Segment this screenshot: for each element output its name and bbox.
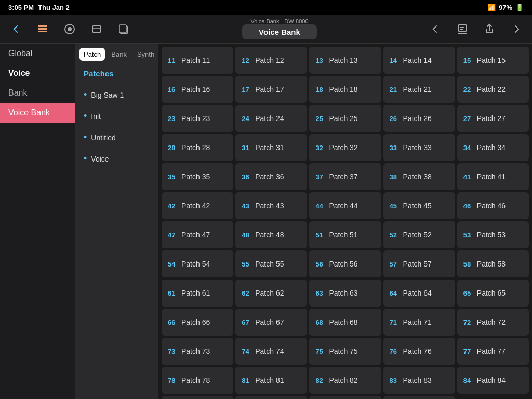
patch-cell-65[interactable]: 65Patch 65 [457,280,529,307]
patch-cell-21[interactable]: 21Patch 21 [383,76,455,103]
patch-name: Patch 55 [255,260,284,268]
patch-number: 37 [315,173,326,181]
patch-list-item-voice[interactable]: Voice [75,148,158,169]
patch-cell-38[interactable]: 38Patch 38 [383,163,455,190]
patch-cell-82[interactable]: 82Patch 82 [309,367,381,394]
patch-cell-67[interactable]: 67Patch 67 [235,309,307,336]
patch-grid: 11Patch 1112Patch 1213Patch 1314Patch 14… [162,47,529,399]
patch-cell-77[interactable]: 77Patch 77 [457,338,529,365]
patch-cell-52[interactable]: 52Patch 52 [383,221,455,248]
patch-name: Patch 63 [329,289,357,297]
download-button[interactable] [453,20,472,38]
patch-cell-84[interactable]: 84Patch 84 [457,367,529,394]
sidebar-item-voice-bank[interactable]: Voice Bank [0,103,75,123]
patch-cell-71[interactable]: 71Patch 71 [383,309,455,336]
patch-cell-64[interactable]: 64Patch 64 [383,280,455,307]
patch-cell-66[interactable]: 66Patch 66 [162,309,233,336]
patch-cell-61[interactable]: 61Patch 61 [162,280,233,307]
patch-cell-86[interactable]: 86Patch 86 [235,396,307,399]
patch-cell-12[interactable]: 12Patch 12 [235,47,307,74]
patch-cell-47[interactable]: 47Patch 47 [162,221,233,248]
shape-button[interactable] [87,20,106,38]
patch-cell-31[interactable]: 31Patch 31 [235,134,307,161]
sidebar-item-bank[interactable]: Bank [0,83,75,103]
patch-cell-14[interactable]: 14Patch 14 [383,47,455,74]
patch-cell-17[interactable]: 17Patch 17 [235,76,307,103]
patch-name: Patch 64 [403,289,432,297]
patch-cell-81[interactable]: 81Patch 81 [235,367,307,394]
patch-cell-15[interactable]: 15Patch 15 [457,47,529,74]
patch-cell-74[interactable]: 74Patch 74 [235,338,307,365]
patch-cell-48[interactable]: 48Patch 48 [235,221,307,248]
patch-cell-75[interactable]: 75Patch 75 [309,338,381,365]
patch-cell-72[interactable]: 72Patch 72 [457,309,529,336]
patch-cell-33[interactable]: 33Patch 33 [383,134,455,161]
patch-cell-35[interactable]: 35Patch 35 [162,163,233,190]
patch-cell-53[interactable]: 53Patch 53 [457,221,529,248]
patch-cell-16[interactable]: 16Patch 16 [162,76,233,103]
tab-patch[interactable]: Patch [79,48,105,61]
next-button[interactable] [507,20,526,38]
patch-cell-46[interactable]: 46Patch 46 [457,192,529,219]
patch-list-item-init[interactable]: Init [75,105,158,127]
patch-cell-34[interactable]: 34Patch 34 [457,134,529,161]
patch-cell-78[interactable]: 78Patch 78 [162,367,233,394]
voice-bank-title-button[interactable]: Voice Bank [242,24,317,39]
prev-button[interactable] [426,20,445,38]
patch-cell-42[interactable]: 42Patch 42 [162,192,233,219]
layers-button[interactable] [33,20,52,38]
patch-cell-36[interactable]: 36Patch 36 [235,163,307,190]
patch-grid-container[interactable]: 11Patch 1112Patch 1213Patch 1314Patch 14… [158,44,532,399]
patch-cell-24[interactable]: 24Patch 24 [235,105,307,132]
patch-cell-58[interactable]: 58Patch 58 [457,250,529,277]
patch-cell-76[interactable]: 76Patch 76 [383,338,455,365]
patch-cell-18[interactable]: 18Patch 18 [309,76,381,103]
patch-cell-88[interactable]: 88Patch 88 [383,396,455,399]
sidebar-item-voice[interactable]: Voice [0,63,75,83]
patch-name: Patch 17 [255,85,284,94]
nav-sidebar: Global Voice Bank Voice Bank [0,44,75,399]
patch-cell-32[interactable]: 32Patch 32 [309,134,381,161]
tab-bank[interactable]: Bank [107,48,131,61]
patch-name: Patch 71 [403,318,432,326]
patch-cell-28[interactable]: 28Patch 28 [162,134,233,161]
patch-cell-54[interactable]: 54Patch 54 [162,250,233,277]
patch-list-item-untitled[interactable]: Untitled [75,127,158,148]
circle-button[interactable] [60,20,79,38]
patch-cell-85[interactable]: 85Patch 85 [162,396,233,399]
patch-number: 58 [463,260,474,268]
share-button[interactable] [480,20,499,38]
patch-cell-87[interactable]: 87Patch 87 [309,396,381,399]
patch-cell-23[interactable]: 23Patch 23 [162,105,233,132]
patch-cell-45[interactable]: 45Patch 45 [383,192,455,219]
patch-cell-22[interactable]: 22Patch 22 [457,76,529,103]
patch-cell-25[interactable]: 25Patch 25 [309,105,381,132]
patch-name: Patch 21 [403,85,432,94]
patch-cell-55[interactable]: 55Patch 55 [235,250,307,277]
back-button[interactable] [6,20,25,38]
patch-cell-68[interactable]: 68Patch 68 [309,309,381,336]
patch-number: 68 [315,318,326,326]
patch-cell-63[interactable]: 63Patch 63 [309,280,381,307]
patch-number: 14 [390,57,400,64]
patch-cell-44[interactable]: 44Patch 44 [309,192,381,219]
patch-cell-83[interactable]: 83Patch 83 [383,367,455,394]
patch-cell-62[interactable]: 62Patch 62 [235,280,307,307]
sidebar-item-global[interactable]: Global [0,44,75,63]
patch-number: 11 [168,57,178,64]
patch-cell-11[interactable]: 11Patch 11 [162,47,233,74]
tab-synth[interactable]: Synth [133,48,158,61]
copy-button[interactable] [114,20,133,38]
patch-cell-73[interactable]: 73Patch 73 [162,338,233,365]
patch-cell-27[interactable]: 27Patch 27 [457,105,529,132]
patch-name: Patch 78 [181,376,210,384]
patch-cell-57[interactable]: 57Patch 57 [383,250,455,277]
patch-cell-13[interactable]: 13Patch 13 [309,47,381,74]
patch-cell-37[interactable]: 37Patch 37 [309,163,381,190]
patch-cell-56[interactable]: 56Patch 56 [309,250,381,277]
patch-cell-41[interactable]: 41Patch 41 [457,163,529,190]
patch-list-item-bigsaw[interactable]: Big Saw 1 [75,84,158,105]
patch-cell-43[interactable]: 43Patch 43 [235,192,307,219]
patch-cell-26[interactable]: 26Patch 26 [383,105,455,132]
patch-cell-51[interactable]: 51Patch 51 [309,221,381,248]
